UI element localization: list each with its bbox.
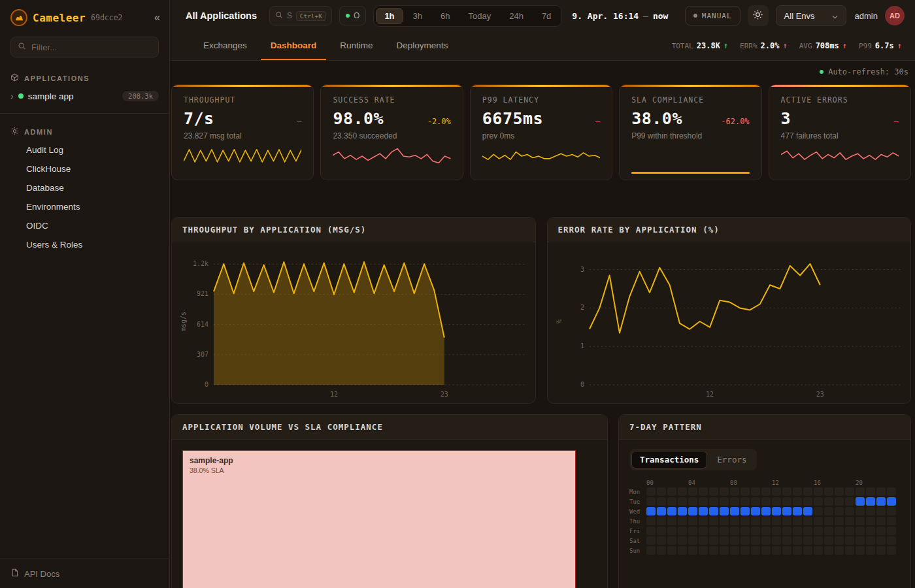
heatmap-cell[interactable] xyxy=(678,517,687,525)
heatmap-cell[interactable] xyxy=(866,527,875,535)
heatmap-cell[interactable] xyxy=(761,497,771,506)
heatmap-cell[interactable] xyxy=(876,517,886,525)
heatmap-cell[interactable] xyxy=(772,527,781,535)
transactions-toggle[interactable]: Transactions xyxy=(631,451,707,468)
heatmap-cell[interactable] xyxy=(814,546,823,555)
heatmap-cell[interactable] xyxy=(761,546,771,555)
heatmap-cell[interactable] xyxy=(646,546,656,555)
heatmap-cell[interactable] xyxy=(709,536,718,545)
heatmap-cell[interactable] xyxy=(699,487,708,496)
heatmap-cell[interactable] xyxy=(772,487,781,496)
api-docs-link[interactable]: API Docs xyxy=(0,559,169,588)
heatmap-cell[interactable] xyxy=(720,487,729,496)
heatmap-cell[interactable] xyxy=(856,527,865,535)
heatmap-cell[interactable] xyxy=(709,546,718,555)
heatmap-cell[interactable] xyxy=(793,507,802,515)
heatmap-cell[interactable] xyxy=(688,497,697,506)
heatmap-cell[interactable] xyxy=(720,536,729,545)
heatmap-cell[interactable] xyxy=(740,497,750,506)
heatmap-cell[interactable] xyxy=(876,546,886,555)
heatmap-cell[interactable] xyxy=(803,517,812,525)
heatmap-cell[interactable] xyxy=(845,497,854,506)
heatmap-cell[interactable] xyxy=(793,487,802,496)
tab-dashboard[interactable]: Dashboard xyxy=(261,31,327,60)
range-24h[interactable]: 24h xyxy=(501,8,532,24)
heatmap-cell[interactable] xyxy=(845,507,854,515)
heatmap-cell[interactable] xyxy=(887,497,896,506)
heatmap-cell[interactable] xyxy=(835,487,844,496)
heatmap-cell[interactable] xyxy=(678,507,687,515)
sidebar-filter-input[interactable]: Filter... xyxy=(10,37,159,57)
heatmap-cell[interactable] xyxy=(876,536,886,545)
heatmap-cell[interactable] xyxy=(814,487,823,496)
heatmap-cell[interactable] xyxy=(856,497,865,506)
heatmap-cell[interactable] xyxy=(793,536,802,545)
heatmap-cell[interactable] xyxy=(688,487,697,496)
heatmap-cell[interactable] xyxy=(709,527,718,535)
heatmap-cell[interactable] xyxy=(751,487,760,496)
heatmap-cell[interactable] xyxy=(856,507,865,515)
heatmap-cell[interactable] xyxy=(824,507,833,515)
heatmap-cell[interactable] xyxy=(657,517,666,525)
heatmap-cell[interactable] xyxy=(782,546,791,555)
heatmap-cell[interactable] xyxy=(866,497,875,506)
expand-chevron-icon[interactable]: › xyxy=(10,91,14,101)
heatmap-cell[interactable] xyxy=(887,546,896,555)
heatmap-cell[interactable] xyxy=(866,487,875,496)
heatmap-cell[interactable] xyxy=(657,527,666,535)
heatmap-cell[interactable] xyxy=(782,497,791,506)
heatmap-cell[interactable] xyxy=(730,507,739,515)
heatmap-cell[interactable] xyxy=(699,507,708,515)
heatmap-cell[interactable] xyxy=(699,497,708,506)
heatmap-cell[interactable] xyxy=(667,536,676,545)
heatmap-cell[interactable] xyxy=(887,507,896,515)
heatmap-cell[interactable] xyxy=(835,546,844,555)
manual-refresh-button[interactable]: MANUAL xyxy=(685,6,740,25)
heatmap-cell[interactable] xyxy=(646,536,656,545)
heatmap-cell[interactable] xyxy=(856,517,865,525)
heatmap-cell[interactable] xyxy=(793,497,802,506)
heatmap-cell[interactable] xyxy=(657,497,666,506)
sidebar-item-clickhouse[interactable]: ClickHouse xyxy=(0,159,169,178)
heatmap-cell[interactable] xyxy=(709,497,718,506)
heatmap-cell[interactable] xyxy=(887,517,896,525)
heatmap-cell[interactable] xyxy=(740,546,750,555)
heatmap-cell[interactable] xyxy=(751,527,760,535)
heatmap-cell[interactable] xyxy=(803,497,812,506)
heatmap-cell[interactable] xyxy=(876,487,886,496)
heatmap-cell[interactable] xyxy=(740,536,750,545)
tab-deployments[interactable]: Deployments xyxy=(387,31,458,60)
heatmap-cell[interactable] xyxy=(657,487,666,496)
range-today[interactable]: Today xyxy=(459,8,499,24)
heatmap-cell[interactable] xyxy=(803,487,812,496)
heatmap-cell[interactable] xyxy=(720,507,729,515)
heatmap-cell[interactable] xyxy=(824,527,833,535)
heatmap-cell[interactable] xyxy=(761,487,771,496)
theme-toggle-button[interactable] xyxy=(748,5,769,26)
range-6h[interactable]: 6h xyxy=(432,8,458,24)
heatmap-cell[interactable] xyxy=(688,546,697,555)
heatmap-cell[interactable] xyxy=(835,527,844,535)
heatmap-cell[interactable] xyxy=(688,527,697,535)
heatmap-cell[interactable] xyxy=(835,507,844,515)
avatar[interactable]: AD xyxy=(885,6,905,25)
range-3h[interactable]: 3h xyxy=(405,8,431,24)
heatmap-cell[interactable] xyxy=(657,536,666,545)
tab-exchanges[interactable]: Exchanges xyxy=(193,31,257,60)
heatmap-cell[interactable] xyxy=(761,536,771,545)
date-range-display[interactable]: 9. Apr. 16:14 – now xyxy=(572,11,668,21)
heatmap-cell[interactable] xyxy=(845,546,854,555)
heatmap-cell[interactable] xyxy=(646,487,656,496)
heatmap-cell[interactable] xyxy=(866,517,875,525)
heatmap-cell[interactable] xyxy=(824,497,833,506)
range-7d[interactable]: 7d xyxy=(533,8,559,24)
heatmap-cell[interactable] xyxy=(709,517,718,525)
heatmap-cell[interactable] xyxy=(646,527,656,535)
heatmap-cell[interactable] xyxy=(782,487,791,496)
heatmap-cell[interactable] xyxy=(730,536,739,545)
heatmap-cell[interactable] xyxy=(803,507,812,515)
heatmap-cell[interactable] xyxy=(772,546,781,555)
heatmap-cell[interactable] xyxy=(793,546,802,555)
heatmap-cell[interactable] xyxy=(845,487,854,496)
heatmap-cell[interactable] xyxy=(866,536,875,545)
